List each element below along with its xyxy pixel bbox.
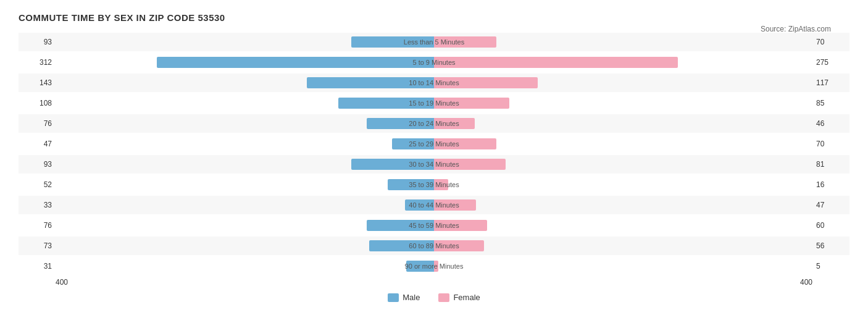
female-bar — [434, 57, 678, 68]
male-bar — [405, 199, 434, 211]
female-bar — [434, 159, 506, 170]
bars-container: 90 or more Minutes — [56, 257, 812, 275]
female-bar — [434, 240, 484, 251]
male-bar — [367, 118, 434, 129]
male-bar — [367, 220, 434, 231]
male-bar — [392, 138, 434, 149]
male-value: 47 — [19, 140, 56, 148]
bars-container: 35 to 39 Minutes — [56, 175, 812, 194]
male-bar — [351, 159, 434, 170]
female-bar — [434, 179, 448, 190]
male-value: 108 — [19, 99, 56, 107]
female-bar — [434, 77, 538, 88]
bars-container: 60 to 89 Minutes — [56, 237, 812, 255]
male-value: 52 — [19, 180, 56, 189]
bars-container: 25 to 29 Minutes — [56, 135, 812, 153]
female-color-swatch — [438, 293, 449, 302]
chart-row: 76 45 to 59 Minutes 60 — [19, 216, 849, 235]
male-bar — [369, 240, 434, 251]
chart-row: 312 5 to 9 Minutes 275 — [19, 53, 849, 72]
bars-container: 45 to 59 Minutes — [56, 216, 812, 235]
female-value: 60 — [812, 221, 849, 230]
female-value: 85 — [812, 99, 849, 107]
bars-container: 5 to 9 Minutes — [56, 53, 812, 72]
bars-container: Less than 5 Minutes — [56, 33, 812, 51]
male-value: 93 — [19, 160, 56, 169]
bars-container: 40 to 44 Minutes — [56, 196, 812, 214]
bars-container: 20 to 24 Minutes — [56, 114, 812, 133]
male-value: 76 — [19, 119, 56, 128]
bars-container: 15 to 19 Minutes — [56, 94, 812, 112]
legend-female: Female — [438, 293, 480, 302]
male-label: Male — [403, 293, 420, 302]
female-value: 56 — [812, 241, 849, 250]
female-value: 46 — [812, 119, 849, 128]
male-bar — [351, 36, 434, 48]
female-value: 70 — [812, 140, 849, 148]
female-bar — [434, 261, 438, 272]
axis-right-label: 400 — [800, 278, 812, 287]
male-bar — [338, 98, 434, 109]
male-value: 93 — [19, 38, 56, 46]
chart-row: 143 10 to 14 Minutes 117 — [19, 73, 849, 92]
legend: Male Female — [19, 293, 849, 302]
male-value: 76 — [19, 221, 56, 230]
female-bar — [434, 220, 487, 231]
axis-left-label: 400 — [56, 278, 68, 287]
female-bar — [434, 138, 496, 149]
female-value: 70 — [812, 38, 849, 46]
male-bar — [307, 77, 434, 88]
male-bar — [157, 57, 434, 68]
chart-title: COMMUTE TIME BY SEX IN ZIP CODE 53530 — [19, 12, 849, 23]
female-label: Female — [453, 293, 480, 302]
chart-area: 93 Less than 5 Minutes 70 312 5 to 9 Min… — [19, 33, 849, 302]
female-value: 16 — [812, 180, 849, 189]
male-bar — [406, 261, 434, 272]
male-color-swatch — [388, 293, 399, 302]
chart-row: 33 40 to 44 Minutes 47 — [19, 196, 849, 214]
chart-row: 76 20 to 24 Minutes 46 — [19, 114, 849, 133]
male-value: 33 — [19, 201, 56, 209]
chart-row: 93 Less than 5 Minutes 70 — [19, 33, 849, 51]
chart-row: 52 35 to 39 Minutes 16 — [19, 175, 849, 194]
legend-male: Male — [388, 293, 420, 302]
female-value: 275 — [812, 58, 849, 67]
female-bar — [434, 199, 476, 211]
chart-row: 47 25 to 29 Minutes 70 — [19, 135, 849, 153]
axis-labels: 400 400 — [19, 278, 849, 287]
female-bar — [434, 36, 496, 48]
male-value: 73 — [19, 241, 56, 250]
female-value: 5 — [812, 262, 849, 271]
female-bar — [434, 118, 475, 129]
female-value: 47 — [812, 201, 849, 209]
female-value: 117 — [812, 78, 849, 87]
bars-container: 10 to 14 Minutes — [56, 73, 812, 92]
chart-row: 93 30 to 34 Minutes 81 — [19, 155, 849, 174]
chart-row: 108 15 to 19 Minutes 85 — [19, 94, 849, 112]
female-bar — [434, 98, 509, 109]
source-label: Source: ZipAtlas.com — [761, 25, 831, 33]
female-value: 81 — [812, 160, 849, 169]
male-value: 31 — [19, 262, 56, 271]
male-bar — [388, 179, 434, 190]
male-value: 143 — [19, 78, 56, 87]
chart-row: 31 90 or more Minutes 5 — [19, 257, 849, 275]
bars-container: 30 to 34 Minutes — [56, 155, 812, 174]
chart-row: 73 60 to 89 Minutes 56 — [19, 237, 849, 255]
male-value: 312 — [19, 58, 56, 67]
